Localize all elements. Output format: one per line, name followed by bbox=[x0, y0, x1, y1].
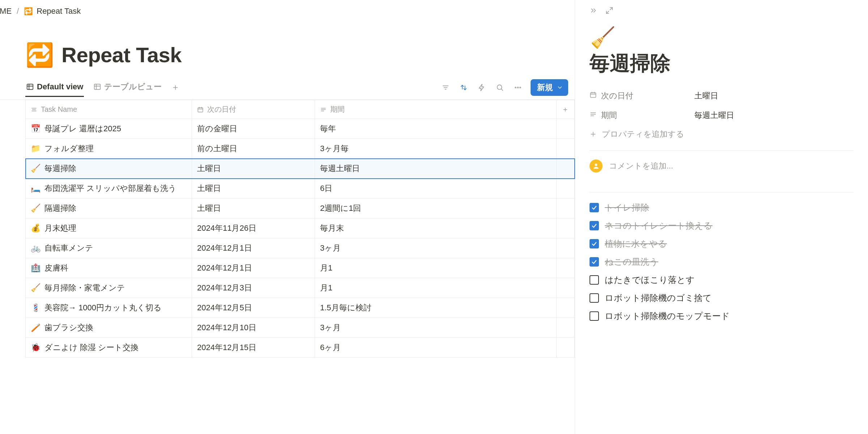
checklist-item[interactable]: ロボット掃除機のゴミ捨て bbox=[590, 292, 854, 304]
checkbox[interactable] bbox=[590, 293, 599, 303]
row-date: 2024年12月1日 bbox=[192, 238, 315, 258]
detail-title[interactable]: 毎週掃除 bbox=[590, 48, 854, 77]
table-row[interactable]: 🪥歯ブラシ交換2024年12月10日3ヶ月 bbox=[26, 318, 575, 338]
row-date: 土曜日 bbox=[192, 159, 315, 179]
add-comment-row[interactable]: コメントを追加... bbox=[590, 151, 854, 181]
row-date: 2024年12月15日 bbox=[192, 338, 315, 358]
row-name: フォルダ整理 bbox=[44, 143, 94, 154]
table-row[interactable]: 🧹毎月掃除・家電メンテ2024年12月3日月1 bbox=[26, 278, 575, 298]
row-name: 皮膚科 bbox=[44, 263, 68, 273]
task-table: Task Name 次の日付 期間 bbox=[25, 100, 575, 358]
row-trailing bbox=[557, 258, 575, 278]
row-date: 土曜日 bbox=[192, 179, 315, 199]
property-row[interactable]: 期間毎週土曜日 bbox=[590, 110, 854, 121]
row-name: 毎月掃除・家電メンテ bbox=[44, 282, 125, 293]
breadcrumb: OME / 🔁 Repeat Task bbox=[0, 0, 575, 22]
checkbox[interactable] bbox=[590, 221, 599, 230]
new-button[interactable]: 新規 bbox=[531, 79, 568, 96]
row-period: 6日 bbox=[315, 179, 557, 199]
row-date: 2024年12月10日 bbox=[192, 318, 315, 338]
comment-placeholder: コメントを追加... bbox=[609, 161, 673, 171]
row-emoji-icon: 🚲 bbox=[31, 243, 40, 253]
table-row[interactable]: 📁フォルダ整理前の土曜日3ヶ月毎 bbox=[26, 139, 575, 159]
table-row[interactable]: 🛏️布団洗濯平 スリッパや部屋着も洗う土曜日6日 bbox=[26, 179, 575, 199]
row-name: 母誕プレ 還暦は2025 bbox=[44, 123, 121, 134]
checkbox[interactable] bbox=[590, 311, 599, 321]
row-name: ダニよけ 除湿 シート交換 bbox=[44, 342, 139, 353]
lines-icon bbox=[590, 111, 597, 120]
property-row[interactable]: 次の日付土曜日 bbox=[590, 90, 854, 101]
checklist-item[interactable]: はたきでほこり落とす bbox=[590, 274, 854, 286]
row-period: 6ヶ月 bbox=[315, 338, 557, 358]
checklist-item[interactable]: ロボット掃除機のモップモード bbox=[590, 310, 854, 322]
property-label: 次の日付 bbox=[601, 90, 633, 101]
page-emoji-icon[interactable]: 🔁 bbox=[25, 43, 54, 67]
row-name: 歯ブラシ交換 bbox=[44, 322, 93, 333]
page-header: 🔁 Repeat Task bbox=[0, 22, 575, 67]
checklist-item[interactable]: ねこの皿洗う bbox=[590, 256, 854, 268]
add-view-button[interactable]: ＋ bbox=[171, 81, 180, 97]
table-row[interactable]: 📅母誕プレ 還暦は2025前の金曜日毎年 bbox=[26, 119, 575, 139]
table-icon bbox=[26, 83, 34, 91]
breadcrumb-item-home[interactable]: OME bbox=[0, 7, 12, 16]
row-name: 布団洗濯平 スリッパや部屋着も洗う bbox=[44, 183, 176, 194]
expand-icon[interactable] bbox=[605, 7, 613, 14]
row-period: 月1 bbox=[315, 278, 557, 298]
table-row[interactable]: 💰月末処理2024年11月26日毎月末 bbox=[26, 218, 575, 238]
checklist-label: トイレ掃除 bbox=[605, 202, 649, 213]
checkbox[interactable] bbox=[590, 275, 599, 285]
more-button[interactable] bbox=[512, 82, 523, 93]
table-row[interactable]: 💈美容院→ 1000円カット丸く切る2024年12月5日1.5月毎に検討 bbox=[26, 298, 575, 318]
checklist-label: はたきでほこり落とす bbox=[605, 274, 695, 286]
checklist-item[interactable]: トイレ掃除 bbox=[590, 202, 854, 213]
row-date: 土曜日 bbox=[192, 199, 315, 218]
row-date: 2024年11月26日 bbox=[192, 218, 315, 238]
checklist-item[interactable]: ネコのトイレシート換える bbox=[590, 220, 854, 231]
row-emoji-icon: 🪥 bbox=[31, 323, 40, 332]
svg-rect-3 bbox=[94, 84, 101, 89]
table-row[interactable]: 🐞ダニよけ 除湿 シート交換2024年12月15日6ヶ月 bbox=[26, 338, 575, 358]
table-row[interactable]: 🧹毎週掃除土曜日毎週土曜日 bbox=[26, 159, 575, 179]
lines-icon bbox=[320, 106, 327, 113]
row-emoji-icon: 🧹 bbox=[31, 164, 40, 173]
svg-line-10 bbox=[501, 89, 503, 90]
person-icon bbox=[592, 162, 600, 170]
add-property-button[interactable]: プロパティを追加する bbox=[590, 121, 854, 140]
sort-icon bbox=[460, 84, 468, 92]
svg-line-22 bbox=[607, 11, 609, 13]
table-row[interactable]: 🚲自転車メンテ2024年12月1日3ヶ月 bbox=[26, 238, 575, 258]
detail-emoji-icon[interactable]: 🧹 bbox=[590, 27, 854, 48]
row-trailing bbox=[557, 338, 575, 358]
breadcrumb-item-current[interactable]: 🔁 Repeat Task bbox=[24, 7, 81, 16]
row-name: 美容院→ 1000円カット丸く切る bbox=[44, 302, 162, 313]
checkbox[interactable] bbox=[590, 239, 599, 248]
checklist-label: ねこの皿洗う bbox=[605, 256, 658, 268]
col-header-date[interactable]: 次の日付 bbox=[192, 100, 315, 119]
view-tab-table[interactable]: テーブルビュー bbox=[93, 81, 162, 98]
add-column-button[interactable]: ＋ bbox=[557, 100, 575, 119]
breadcrumb-separator: / bbox=[17, 7, 19, 16]
table-row[interactable]: 🧹隔週掃除土曜日2週間に1回 bbox=[26, 199, 575, 218]
row-trailing bbox=[557, 318, 575, 338]
col-header-period[interactable]: 期間 bbox=[315, 100, 557, 119]
checkbox[interactable] bbox=[590, 203, 599, 212]
search-button[interactable] bbox=[494, 82, 505, 93]
checklist-item[interactable]: 植物に水をやる bbox=[590, 238, 854, 250]
row-emoji-icon: 🧹 bbox=[31, 283, 40, 293]
checkbox[interactable] bbox=[590, 257, 599, 267]
bolt-icon bbox=[478, 84, 486, 92]
automation-button[interactable] bbox=[476, 82, 487, 93]
search-icon bbox=[496, 84, 504, 92]
table-row[interactable]: 🏥皮膚科2024年12月1日月1 bbox=[26, 258, 575, 278]
svg-rect-14 bbox=[198, 107, 203, 112]
page-title[interactable]: Repeat Task bbox=[61, 43, 182, 67]
filter-button[interactable] bbox=[440, 82, 451, 93]
col-header-name[interactable]: Task Name bbox=[26, 100, 192, 119]
svg-point-12 bbox=[518, 87, 519, 88]
col-header-name-label: Task Name bbox=[41, 105, 77, 114]
view-tab-default[interactable]: Default view bbox=[25, 82, 84, 97]
sort-button[interactable] bbox=[458, 82, 469, 93]
row-emoji-icon: 🏥 bbox=[31, 263, 40, 273]
repeat-icon: 🔁 bbox=[24, 7, 33, 16]
collapse-icon[interactable] bbox=[590, 7, 597, 14]
